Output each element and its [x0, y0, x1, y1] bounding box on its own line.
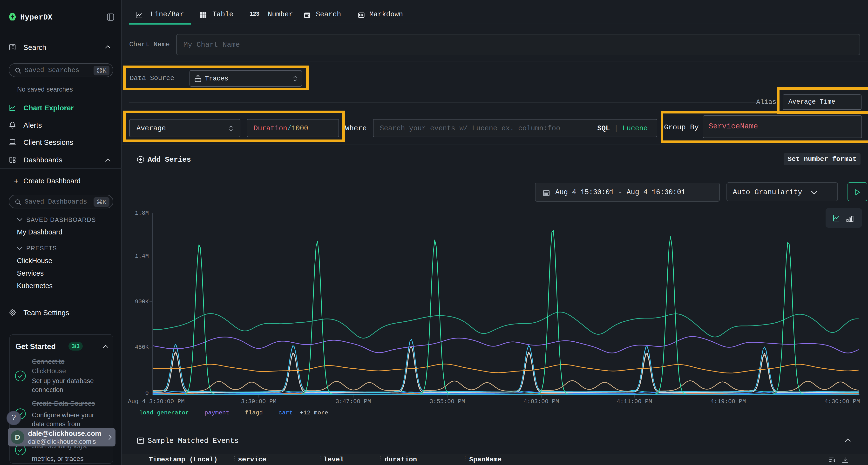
svg-text:4:30:00 PM: 4:30:00 PM — [824, 398, 860, 405]
svg-text:3:47:00 PM: 3:47:00 PM — [335, 398, 371, 405]
svg-text:4:19:00 PM: 4:19:00 PM — [710, 398, 746, 405]
svg-text:900K: 900K — [135, 299, 149, 305]
svg-text:4:11:00 PM: 4:11:00 PM — [617, 398, 652, 405]
svg-text:3:39:00 PM: 3:39:00 PM — [241, 398, 276, 405]
svg-text:3:55:00 PM: 3:55:00 PM — [429, 398, 465, 405]
svg-text:450K: 450K — [135, 344, 149, 351]
svg-text:Aug 4 3:30:00 PM: Aug 4 3:30:00 PM — [128, 398, 184, 405]
svg-text:1.4M: 1.4M — [135, 253, 149, 260]
svg-text:1.8M: 1.8M — [135, 210, 149, 217]
svg-text:0: 0 — [145, 390, 149, 396]
svg-text:4:03:00 PM: 4:03:00 PM — [523, 398, 559, 405]
